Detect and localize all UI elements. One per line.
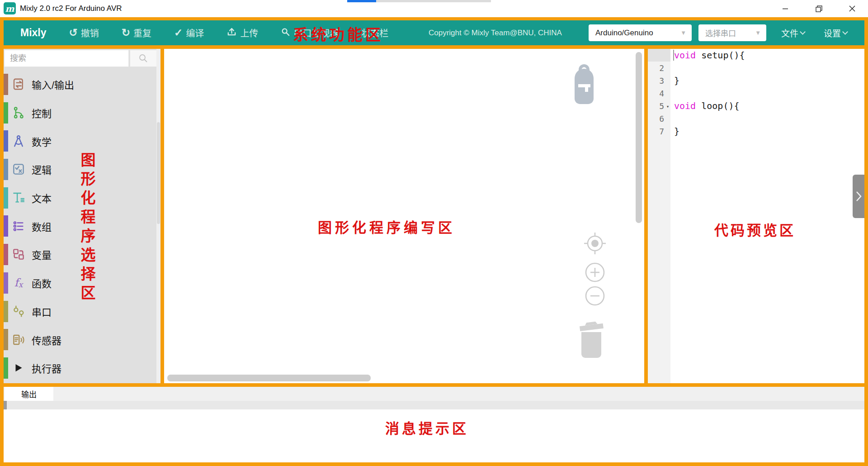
code-line: 6 [648, 112, 864, 125]
statusbar-button[interactable]: 状态栏 [361, 26, 388, 39]
category-label: 控制 [32, 105, 52, 120]
sidebar-scrollbar-track [156, 49, 160, 383]
active-line-highlight [648, 49, 670, 62]
port-selector[interactable]: 选择串口 ▼ [698, 24, 766, 41]
frame-sidebar-divider [160, 49, 164, 383]
code-line: 7} [648, 125, 864, 138]
sidebar-scrollbar-thumb[interactable] [157, 122, 160, 224]
frame-code-divider [644, 49, 648, 383]
redo-button[interactable]: ↻重复 [122, 26, 151, 39]
category-label: 数组 [32, 219, 52, 233]
zoom-out-button[interactable] [586, 287, 604, 305]
mixly-menu-button[interactable]: Mixly [20, 27, 47, 39]
category-label: 输入/输出 [32, 77, 74, 91]
text-icon [11, 190, 26, 205]
code-line: 4 [648, 87, 864, 100]
sidebar-category[interactable]: 变量 [4, 240, 160, 269]
fold-caret-icon [664, 67, 671, 69]
line-number: 4 [648, 89, 664, 98]
output-tab-bar: 输出 [4, 387, 864, 401]
minimize-button[interactable] [774, 0, 797, 17]
category-label: 函数 [32, 276, 52, 290]
code-text: void setup(){ [671, 50, 745, 61]
sidebar-category[interactable]: 逻辑 [4, 155, 160, 184]
sidebar-category[interactable]: fx函数 [4, 269, 160, 297]
trash-icon[interactable] [577, 319, 606, 361]
zoom-in-button[interactable] [586, 263, 604, 281]
category-color-bar [4, 159, 8, 180]
minimize-icon [782, 5, 788, 12]
upload-icon [226, 27, 237, 39]
function-icon: fx [11, 275, 26, 290]
sidebar-category[interactable]: 执行器 [4, 354, 160, 382]
zoom-reset-button[interactable] [584, 233, 606, 254]
file-menu[interactable]: 文件 [781, 20, 805, 45]
fold-caret-icon [664, 118, 671, 119]
upload-button[interactable]: 上传 [226, 26, 258, 39]
redo-icon: ↻ [122, 28, 130, 38]
line-number: 5 [648, 101, 664, 111]
category-color-bar [4, 329, 8, 350]
restore-button[interactable] [807, 0, 830, 17]
vertical-scrollbar-thumb[interactable] [636, 52, 642, 223]
code-preview-panel: 1▾void setup(){23}45▾void loop(){67} [648, 49, 864, 383]
category-color-bar [4, 357, 8, 379]
sidebar-category[interactable]: 串口 [4, 297, 160, 326]
progress-track [376, 0, 491, 2]
sidebar-category[interactable]: 输入/输出 [4, 70, 160, 99]
code-line: 2 [648, 62, 864, 74]
chevron-right-icon [855, 190, 862, 202]
serial-monitor-button[interactable]: 串口监视器 [281, 26, 339, 39]
restore-icon [816, 5, 822, 12]
category-label: 逻辑 [32, 162, 52, 176]
horizontal-scrollbar-thumb[interactable] [167, 375, 371, 381]
compile-check-button[interactable]: ✓编译 [174, 26, 204, 39]
category-label: 执行器 [32, 361, 61, 375]
title-bar: m Mixly 2.0 rc2 For Arduino AVR [0, 0, 868, 17]
file-menu-label: 文件 [781, 27, 798, 39]
frame-bottom-border [0, 462, 868, 466]
input-output-icon [11, 76, 26, 92]
text-cursor [673, 50, 674, 61]
mixly-logo-icon: m [4, 2, 16, 14]
collapse-code-panel-button[interactable] [853, 175, 864, 218]
toolbar-button-label: 重复 [133, 26, 151, 39]
category-color-bar [4, 244, 8, 265]
category-label: 变量 [32, 247, 52, 262]
code-line: 3} [648, 74, 864, 87]
fold-caret-icon[interactable]: ▾ [664, 102, 671, 109]
sidebar-category[interactable]: 数组 [4, 212, 160, 240]
output-scrollbar-thumb[interactable] [4, 401, 7, 409]
frame-message-divider [0, 383, 868, 387]
category-color-bar [4, 272, 8, 294]
settings-menu-label: 设置 [824, 27, 841, 39]
search-button[interactable] [130, 50, 157, 67]
sidebar-category[interactable]: 传感器 [4, 325, 160, 354]
backpack-icon[interactable] [569, 62, 599, 108]
search-input[interactable] [4, 50, 129, 67]
toolbar: Mixly ↺撤销↻重复✓编译上传串口监视器状态栏 Copyright © Mi… [0, 20, 868, 45]
tab-output[interactable]: 输出 [5, 387, 53, 401]
variable-icon [11, 247, 26, 262]
sidebar-category[interactable]: 控制 [4, 99, 160, 127]
sidebar-category[interactable]: 数学 [4, 127, 160, 155]
toolbar-button-label: 上传 [240, 26, 258, 39]
frame-top-border [0, 17, 868, 20]
control-icon [11, 105, 26, 120]
fold-caret-icon [664, 80, 671, 81]
blockly-workspace[interactable] [164, 49, 644, 383]
undo-button[interactable]: ↺撤销 [69, 26, 99, 39]
chevron-down-icon [842, 29, 848, 35]
frame-toolbar-divider [0, 45, 868, 49]
fold-caret-icon [664, 93, 671, 94]
board-selector[interactable]: Arduino/Genuino ▼ [589, 24, 692, 41]
actuator-icon [11, 360, 26, 376]
category-color-bar [4, 74, 8, 95]
copyright-text: Copyright © Mixly Team@BNU, CHINA [429, 20, 562, 45]
close-button[interactable] [841, 0, 863, 17]
settings-menu[interactable]: 设置 [824, 20, 847, 45]
code-text: void loop(){ [671, 100, 740, 111]
sidebar-category[interactable]: 文本 [4, 184, 160, 212]
chevron-down-icon: ▼ [680, 29, 686, 36]
board-selector-value: Arduino/Genuino [595, 29, 653, 38]
